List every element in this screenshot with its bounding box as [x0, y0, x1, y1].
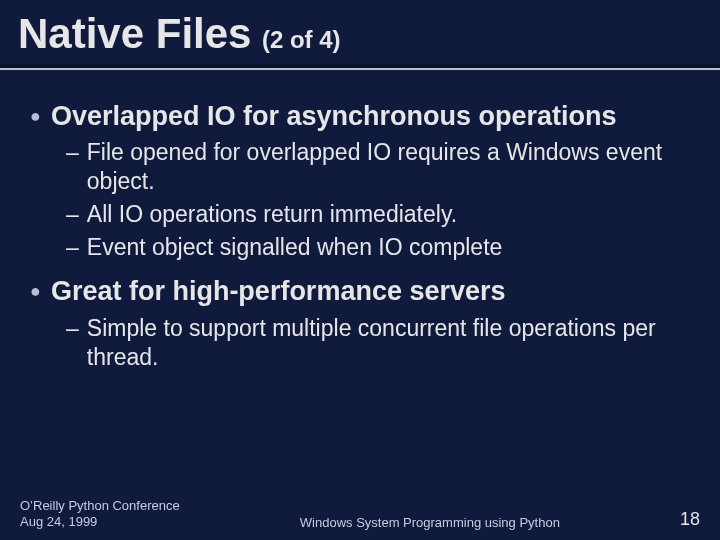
sub-bullet-group: – File opened for overlapped IO requires…: [66, 138, 690, 261]
bullet-level1: ● Overlapped IO for asynchronous operati…: [30, 100, 690, 132]
bullet-level2: – File opened for overlapped IO requires…: [66, 138, 690, 196]
footer-date: Aug 24, 1999: [20, 514, 180, 530]
sub-bullet-text: File opened for overlapped IO requires a…: [87, 138, 690, 196]
dash-icon: –: [66, 200, 79, 229]
bullet-icon: ●: [30, 275, 41, 307]
slide-title: Native Files: [18, 10, 251, 57]
slide-subtitle: (2 of 4): [262, 26, 341, 53]
content-area: ● Overlapped IO for asynchronous operati…: [0, 72, 720, 371]
footer-center: Windows System Programming using Python: [180, 515, 680, 530]
title-area: Native Files (2 of 4): [0, 0, 720, 58]
dash-icon: –: [66, 314, 79, 372]
sub-bullet-text: All IO operations return immediately.: [87, 200, 690, 229]
bullet-level2: – Event object signalled when IO complet…: [66, 233, 690, 262]
page-number: 18: [680, 509, 700, 530]
dash-icon: –: [66, 138, 79, 196]
sub-bullet-text: Event object signalled when IO complete: [87, 233, 690, 262]
sub-bullet-group: – Simple to support multiple concurrent …: [66, 314, 690, 372]
slide: Native Files (2 of 4) ● Overlapped IO fo…: [0, 0, 720, 540]
bullet-text: Great for high-performance servers: [51, 275, 690, 307]
bullet-level2: – All IO operations return immediately.: [66, 200, 690, 229]
dash-icon: –: [66, 233, 79, 262]
title-rule: [0, 64, 720, 72]
footer-conference: O’Reilly Python Conference: [20, 498, 180, 514]
footer-left: O’Reilly Python Conference Aug 24, 1999: [20, 498, 180, 531]
footer: O’Reilly Python Conference Aug 24, 1999 …: [0, 498, 720, 531]
bullet-icon: ●: [30, 100, 41, 132]
bullet-level2: – Simple to support multiple concurrent …: [66, 314, 690, 372]
sub-bullet-text: Simple to support multiple concurrent fi…: [87, 314, 690, 372]
bullet-level1: ● Great for high-performance servers: [30, 275, 690, 307]
bullet-text: Overlapped IO for asynchronous operation…: [51, 100, 690, 132]
